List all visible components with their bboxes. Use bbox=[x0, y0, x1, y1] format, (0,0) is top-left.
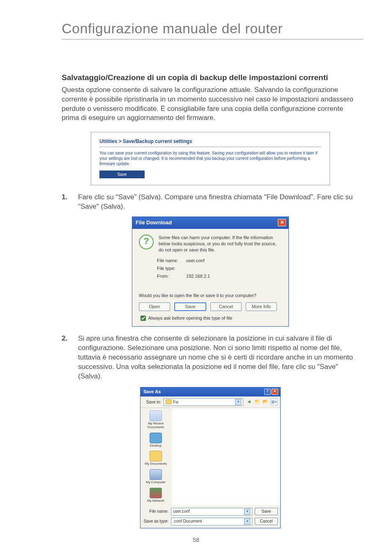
always-ask-label: Always ask before opening this type of f… bbox=[148, 316, 232, 320]
utilities-title: Utilities > Save/Backup current settings bbox=[99, 138, 321, 145]
from-value: 192.168.2.1 bbox=[186, 274, 210, 279]
new-folder-icon[interactable]: 📂 bbox=[262, 398, 269, 405]
page-number: 58 bbox=[29, 537, 363, 543]
step-number: 1. bbox=[62, 193, 78, 212]
always-ask-input[interactable] bbox=[141, 316, 146, 321]
desktop-icon bbox=[150, 433, 162, 443]
more-info-button[interactable]: More Info bbox=[246, 302, 277, 311]
chevron-down-icon[interactable]: ▾ bbox=[244, 519, 250, 525]
always-ask-checkbox[interactable]: Always ask before opening this type of f… bbox=[139, 316, 232, 320]
place-recent-documents[interactable]: My Recent Documents bbox=[141, 410, 170, 429]
filename-label: File name: bbox=[157, 257, 185, 265]
section-intro: Questa opzione consente di salvare la co… bbox=[62, 85, 359, 123]
save-as-type-label: Save as type: bbox=[143, 519, 168, 524]
file-download-question: Would you like to open the file or save … bbox=[139, 293, 282, 299]
file-list-area[interactable] bbox=[171, 408, 280, 505]
place-my-computer[interactable]: My Computer bbox=[146, 469, 166, 484]
place-label: My Computer bbox=[146, 480, 166, 484]
save-in-value: Fw bbox=[173, 399, 178, 405]
screenshot-save-as: Save As ? ✕ Save in: Fw ▾ ◄ 📁 bbox=[140, 387, 281, 528]
cancel-button[interactable]: Cancel bbox=[255, 518, 278, 525]
utilities-desc: You can save your current configuration … bbox=[99, 150, 321, 166]
chevron-down-icon[interactable]: ▾ bbox=[244, 509, 250, 515]
save-in-label: Save in: bbox=[143, 399, 161, 405]
save-button[interactable]: Save bbox=[255, 508, 278, 515]
chevron-down-icon[interactable]: ▾ bbox=[235, 399, 241, 405]
question-icon: ? bbox=[139, 235, 154, 249]
back-icon[interactable]: ◄ bbox=[246, 398, 252, 405]
step-number: 2. bbox=[62, 334, 78, 381]
filetype-label: File type: bbox=[157, 265, 185, 272]
views-icon[interactable]: ▦▾ bbox=[270, 398, 278, 406]
utilities-save-button[interactable]: Save bbox=[99, 171, 145, 179]
section-heading: Salvataggio/Creazione di un copia di bac… bbox=[62, 72, 359, 83]
save-in-dropdown[interactable]: Fw ▾ bbox=[164, 398, 243, 406]
from-label: From: bbox=[157, 272, 185, 280]
my-network-icon bbox=[150, 488, 162, 498]
cancel-button[interactable]: Cancel bbox=[210, 302, 242, 311]
filename-value: user.conf bbox=[186, 258, 205, 263]
my-documents-icon bbox=[150, 451, 162, 461]
save-button[interactable]: Save bbox=[174, 302, 206, 311]
screenshot-file-download: File Download ✕ ? Some files can harm yo… bbox=[132, 217, 289, 327]
file-download-warning: Some files can harm your computer. If th… bbox=[159, 235, 282, 253]
recent-documents-icon bbox=[150, 410, 162, 421]
place-label: Desktop bbox=[150, 444, 161, 447]
step-text: Fare clic su "Save" (Salva). Compare una… bbox=[78, 193, 359, 212]
close-icon[interactable]: ✕ bbox=[272, 389, 278, 395]
screenshot-utilities-save: Utilities > Save/Backup current settings… bbox=[91, 132, 330, 185]
save-as-type-value: .conf Document bbox=[173, 519, 202, 524]
close-icon[interactable]: ✕ bbox=[278, 219, 286, 226]
place-label: My Network bbox=[147, 499, 164, 502]
file-download-title: File Download bbox=[136, 219, 172, 226]
my-computer-icon bbox=[150, 469, 162, 480]
up-folder-icon[interactable]: 📁 bbox=[254, 398, 261, 405]
file-name-value: user.conf bbox=[173, 509, 190, 514]
place-label: My Documents bbox=[145, 462, 166, 466]
utilities-divider bbox=[99, 147, 321, 147]
page-title: Configurazione manuale del router bbox=[62, 21, 363, 37]
save-as-title: Save As bbox=[143, 389, 161, 395]
folder-icon bbox=[166, 399, 171, 404]
step-text: Si apre una finestra che consente di sel… bbox=[78, 334, 359, 381]
help-icon[interactable]: ? bbox=[264, 389, 271, 395]
open-button[interactable]: Open bbox=[139, 302, 170, 311]
place-desktop[interactable]: Desktop bbox=[150, 433, 162, 448]
place-my-documents[interactable]: My Documents bbox=[145, 451, 166, 466]
save-as-type-dropdown[interactable]: .conf Document ▾ bbox=[171, 518, 252, 525]
title-underline bbox=[62, 39, 363, 39]
place-my-network[interactable]: My Network bbox=[147, 488, 164, 503]
file-name-label: File name: bbox=[143, 509, 168, 514]
place-label: My Recent Documents bbox=[148, 422, 164, 429]
file-name-input[interactable]: user.conf ▾ bbox=[171, 508, 252, 516]
